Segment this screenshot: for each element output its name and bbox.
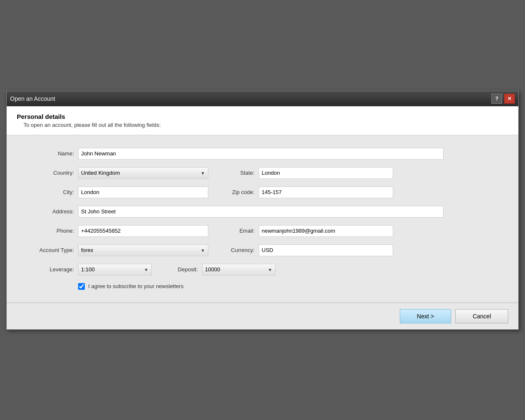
title-bar-buttons: ? ✕	[491, 94, 515, 104]
zip-label: Zip code:	[221, 189, 259, 195]
zip-group: Zip code:	[221, 186, 393, 198]
phone-email-row: Phone: Email:	[24, 225, 501, 237]
newsletter-row: I agree to subscribe to your newsletters	[78, 283, 501, 290]
state-label: State:	[221, 170, 259, 176]
help-button[interactable]: ?	[491, 94, 502, 104]
leverage-select[interactable]: 1:100 1:50 1:200 1:500	[78, 264, 152, 276]
address-input[interactable]	[78, 206, 444, 218]
next-button[interactable]: Next >	[400, 309, 452, 323]
phone-input[interactable]	[78, 225, 208, 237]
account-type-select[interactable]: forex stocks futures	[78, 244, 208, 256]
footer-section: Next > Cancel	[7, 303, 518, 329]
close-button[interactable]: ✕	[504, 94, 515, 104]
address-row: Address:	[24, 206, 501, 218]
leverage-deposit-row: Leverage: 1:100 1:50 1:200 1:500 ▼ Depos…	[24, 264, 501, 276]
leverage-select-wrapper: 1:100 1:50 1:200 1:500 ▼	[78, 264, 152, 276]
phone-label: Phone:	[24, 228, 78, 234]
title-bar: Open an Account ? ✕	[7, 91, 518, 106]
currency-label: Currency:	[221, 247, 259, 253]
cancel-button[interactable]: Cancel	[455, 309, 508, 323]
state-input[interactable]	[259, 167, 393, 179]
deposit-select-wrapper: 10000 5000 25000 50000 ▼	[202, 264, 276, 276]
address-label: Address:	[24, 208, 78, 215]
city-zip-row: City: Zip code:	[24, 186, 501, 198]
account-currency-row: Account Type: forex stocks futures ▼ Cur…	[24, 244, 501, 256]
email-input[interactable]	[259, 225, 393, 237]
name-row: Name:	[24, 148, 501, 160]
newsletter-checkbox[interactable]	[78, 283, 85, 290]
dialog-open-account: Open an Account ? ✕ Personal details To …	[6, 91, 519, 330]
header-subtitle: To open an account, please fill out all …	[24, 122, 508, 128]
newsletter-label: I agree to subscribe to your newsletters	[88, 283, 184, 289]
account-type-select-wrapper: forex stocks futures ▼	[78, 244, 208, 256]
zip-input[interactable]	[259, 186, 393, 198]
header-section: Personal details To open an account, ple…	[7, 106, 518, 135]
currency-group: Currency:	[221, 244, 393, 256]
email-label: Email:	[221, 228, 259, 234]
title-bar-left: Open an Account	[10, 95, 55, 102]
name-input[interactable]	[78, 148, 444, 160]
header-title: Personal details	[17, 113, 508, 120]
deposit-select[interactable]: 10000 5000 25000 50000	[202, 264, 276, 276]
email-group: Email:	[221, 225, 393, 237]
state-group: State:	[221, 167, 393, 179]
account-type-label: Account Type:	[24, 247, 78, 253]
deposit-label: Deposit:	[164, 266, 202, 273]
country-label: Country:	[24, 170, 78, 176]
country-state-row: Country: United Kingdom United States Ge…	[24, 167, 501, 179]
country-select[interactable]: United Kingdom United States Germany Fra…	[78, 167, 208, 179]
currency-input[interactable]	[259, 244, 393, 256]
deposit-group: Deposit: 10000 5000 25000 50000 ▼	[164, 264, 276, 276]
country-select-wrapper: United Kingdom United States Germany Fra…	[78, 167, 208, 179]
leverage-label: Leverage:	[24, 266, 78, 273]
form-section: Name: Country: United Kingdom United Sta…	[7, 135, 518, 302]
city-label: City:	[24, 189, 78, 195]
dialog-title: Open an Account	[10, 95, 55, 102]
city-input[interactable]	[78, 186, 208, 198]
name-label: Name:	[24, 150, 78, 157]
